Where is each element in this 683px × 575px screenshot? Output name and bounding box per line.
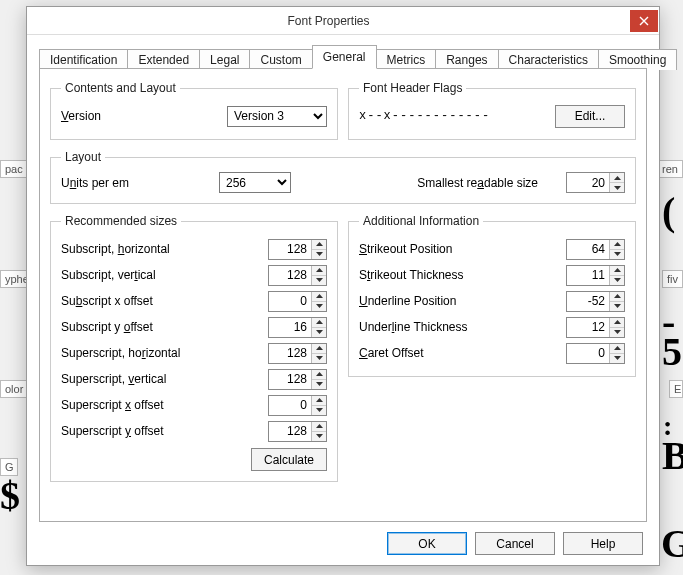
spin-down-icon[interactable] (312, 354, 326, 363)
group-legend: Recommended sizes (61, 214, 181, 228)
spin-down-icon[interactable] (610, 183, 624, 192)
superscript-vertical-spinner[interactable] (268, 369, 327, 390)
bg-text: pac (0, 160, 28, 178)
superscript-vertical-label: Superscript, vertical (61, 372, 268, 386)
superscript-horizontal-label: Superscript, horizontal (61, 346, 268, 360)
group-font-header-flags: Font Header Flags x--x------------ Edit.… (348, 81, 636, 140)
spin-down-icon[interactable] (610, 302, 624, 311)
dialog-body: Identification Extended Legal Custom Gen… (27, 35, 659, 565)
spin-down-icon[interactable] (312, 406, 326, 415)
underline-thickness-label: Underline Thickness (359, 320, 566, 334)
superscript-x-offset-label: Superscript x offset (61, 398, 268, 412)
strikeout-thickness-label: Strikeout Thickness (359, 268, 566, 282)
units-per-em-label: Units per em (61, 176, 201, 190)
strikeout-thickness-spinner[interactable] (566, 265, 625, 286)
spin-down-icon[interactable] (312, 302, 326, 311)
spin-up-icon[interactable] (312, 396, 326, 406)
spin-up-icon[interactable] (610, 344, 624, 354)
subscript-y-offset-label: Subscript y offset (61, 320, 268, 334)
tab-characteristics[interactable]: Characteristics (498, 49, 599, 70)
caret-offset-spinner[interactable] (566, 343, 625, 364)
font-properties-dialog: Font Properties Identification Extended … (26, 6, 660, 566)
calculate-button[interactable]: Calculate (251, 448, 327, 471)
superscript-y-offset-spinner[interactable] (268, 421, 327, 442)
bg-glyph: ( (662, 188, 675, 235)
subscript-horizontal-label: Subscript, horizontal (61, 242, 268, 256)
spin-down-icon[interactable] (312, 250, 326, 259)
tab-panel-general: Contents and Layout Version Version 3 Fo… (39, 68, 647, 522)
tab-extended[interactable]: Extended (127, 49, 200, 70)
group-legend: Font Header Flags (359, 81, 466, 95)
spin-up-icon[interactable] (610, 240, 624, 250)
spin-down-icon[interactable] (610, 354, 624, 363)
spin-up-icon[interactable] (312, 422, 326, 432)
smallest-readable-label: Smallest readable size (417, 176, 538, 190)
subscript-y-offset-spinner[interactable] (268, 317, 327, 338)
tab-smoothing[interactable]: Smoothing (598, 49, 677, 70)
titlebar: Font Properties (27, 7, 659, 35)
spin-up-icon[interactable] (610, 292, 624, 302)
spin-down-icon[interactable] (610, 250, 624, 259)
smallest-readable-spinner[interactable] (566, 172, 625, 193)
group-recommended-sizes: Recommended sizes Subscript, horizontal … (50, 214, 338, 482)
tab-metrics[interactable]: Metrics (376, 49, 437, 70)
bg-text: ren (657, 160, 683, 178)
spin-up-icon[interactable] (610, 173, 624, 183)
spin-up-icon[interactable] (312, 240, 326, 250)
subscript-x-offset-label: Subscript x offset (61, 294, 268, 308)
bg-text: E (669, 380, 683, 398)
spin-up-icon[interactable] (312, 370, 326, 380)
bg-text: olor (0, 380, 28, 398)
superscript-x-offset-spinner[interactable] (268, 395, 327, 416)
version-label: Version (61, 109, 227, 123)
strikeout-position-spinner[interactable] (566, 239, 625, 260)
spin-up-icon[interactable] (312, 344, 326, 354)
version-select[interactable]: Version 3 (227, 106, 327, 127)
close-icon (639, 16, 649, 26)
flags-pattern: x--x------------ (359, 109, 555, 123)
ok-button[interactable]: OK (387, 532, 467, 555)
group-legend: Additional Information (359, 214, 483, 228)
group-additional-information: Additional Information Strikeout Positio… (348, 214, 636, 377)
group-legend: Contents and Layout (61, 81, 180, 95)
units-per-em-select[interactable]: 256 (219, 172, 291, 193)
spin-up-icon[interactable] (312, 318, 326, 328)
subscript-x-offset-spinner[interactable] (268, 291, 327, 312)
cancel-button[interactable]: Cancel (475, 532, 555, 555)
group-layout: Layout Units per em 256 Smallest readabl… (50, 150, 636, 204)
tab-identification[interactable]: Identification (39, 49, 128, 70)
spin-up-icon[interactable] (312, 292, 326, 302)
tab-ranges[interactable]: Ranges (435, 49, 498, 70)
superscript-y-offset-label: Superscript y offset (61, 424, 268, 438)
bg-glyph: 5 (662, 328, 682, 375)
spin-up-icon[interactable] (610, 266, 624, 276)
strikeout-position-label: Strikeout Position (359, 242, 566, 256)
tab-custom[interactable]: Custom (249, 49, 312, 70)
spin-down-icon[interactable] (312, 276, 326, 285)
bg-glyph: B (662, 432, 683, 479)
spin-up-icon[interactable] (610, 318, 624, 328)
spin-down-icon[interactable] (610, 276, 624, 285)
spin-down-icon[interactable] (610, 328, 624, 337)
subscript-horizontal-spinner[interactable] (268, 239, 327, 260)
subscript-vertical-spinner[interactable] (268, 265, 327, 286)
subscript-vertical-label: Subscript, vertical (61, 268, 268, 282)
edit-flags-button[interactable]: Edit... (555, 105, 625, 128)
underline-position-spinner[interactable] (566, 291, 625, 312)
bg-glyph: G (661, 520, 683, 567)
help-button[interactable]: Help (563, 532, 643, 555)
bg-text: fiv (662, 270, 683, 288)
tab-general[interactable]: General (312, 45, 377, 69)
spin-down-icon[interactable] (312, 432, 326, 441)
dialog-footer: OK Cancel Help (39, 522, 647, 557)
superscript-horizontal-spinner[interactable] (268, 343, 327, 364)
spin-down-icon[interactable] (312, 380, 326, 389)
underline-thickness-spinner[interactable] (566, 317, 625, 338)
tab-strip: Identification Extended Legal Custom Gen… (39, 45, 647, 69)
group-contents-layout: Contents and Layout Version Version 3 (50, 81, 338, 140)
spin-up-icon[interactable] (312, 266, 326, 276)
tab-legal[interactable]: Legal (199, 49, 250, 70)
spin-down-icon[interactable] (312, 328, 326, 337)
close-button[interactable] (630, 10, 658, 32)
smallest-readable-input[interactable] (567, 173, 609, 192)
